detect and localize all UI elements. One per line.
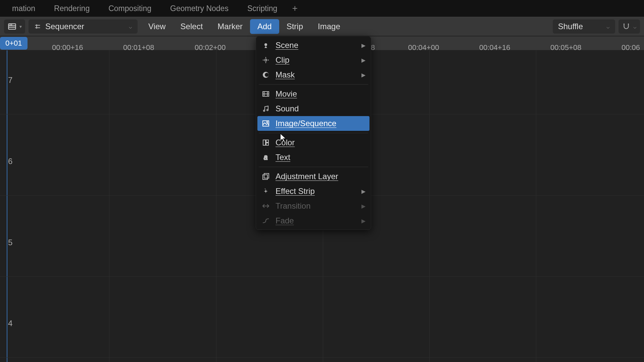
add-menu-transition: Transition ▶: [257, 199, 369, 213]
chevron-down-icon: ⌵: [633, 23, 637, 30]
svg-rect-27: [266, 140, 268, 142]
submenu-arrow-icon: ▶: [361, 188, 365, 195]
submenu-arrow-icon: ▶: [361, 72, 365, 78]
playhead-line[interactable]: [7, 50, 7, 362]
add-menu-movie-label: Movie: [276, 89, 365, 99]
menu-image[interactable]: Image: [310, 19, 348, 34]
tab-rendering[interactable]: Rendering: [45, 0, 99, 17]
mouse-cursor: [280, 133, 287, 143]
menu-add[interactable]: Add: [250, 19, 279, 34]
overlap-mode-dropdown[interactable]: Shuffle ⌵: [553, 19, 615, 34]
tab-animation[interactable]: mation: [3, 0, 45, 17]
chevron-down-icon: ▾: [19, 24, 22, 29]
sound-icon: [261, 104, 270, 113]
tab-compositing[interactable]: Compositing: [99, 0, 161, 17]
grid-line: [109, 50, 109, 362]
submenu-arrow-icon: ▶: [361, 203, 365, 209]
add-menu-text[interactable]: a Text: [257, 150, 369, 165]
chevron-down-icon: ⌵: [129, 23, 132, 30]
menu-select[interactable]: Select: [173, 19, 210, 34]
channel-number: 5: [8, 238, 12, 247]
add-menu-fade-label: Fade: [276, 216, 356, 225]
add-menu-image-sequence[interactable]: Image/Sequence: [257, 116, 369, 131]
snap-button[interactable]: ⌵: [618, 19, 640, 34]
chevron-down-icon: ⌵: [606, 23, 610, 30]
add-menu-mask-label: Mask: [276, 70, 356, 80]
channel-line: [0, 357, 644, 358]
workspace-tabs: mation Rendering Compositing Geometry No…: [0, 0, 644, 17]
magnet-icon: [622, 22, 631, 31]
sequencer-editor-icon: [7, 22, 17, 31]
add-menu-text-label: Text: [276, 153, 365, 162]
svg-point-22: [263, 110, 265, 111]
movie-icon: [261, 90, 270, 98]
svg-point-10: [264, 43, 267, 46]
add-menu-adjustment-layer-label: Adjustment Layer: [276, 172, 365, 181]
image-icon: [261, 119, 270, 128]
svg-text:a: a: [264, 154, 267, 161]
channel-number: 4: [8, 319, 12, 328]
add-menu-scene[interactable]: Scene ▶: [257, 38, 369, 53]
svg-rect-26: [263, 140, 265, 145]
add-menu-clip-label: Clip: [276, 55, 356, 65]
add-menu-adjustment-layer[interactable]: Adjustment Layer: [257, 169, 369, 184]
effect-icon: [261, 187, 270, 196]
svg-point-11: [265, 59, 267, 61]
editor-type-selector[interactable]: ▾: [4, 19, 25, 34]
add-menu-effect-strip-label: Effect Strip: [276, 187, 356, 196]
add-menu-transition-label: Transition: [276, 201, 356, 211]
playhead-frame-indicator: 0+01: [0, 37, 28, 50]
add-menu-image-sequence-label: Image/Sequence: [276, 119, 365, 128]
svg-point-25: [267, 122, 268, 123]
clip-icon: [261, 56, 270, 64]
channel-number: 6: [8, 157, 12, 166]
svg-rect-30: [263, 175, 267, 179]
menu-separator: [259, 167, 368, 167]
menu-strip[interactable]: Strip: [279, 19, 310, 34]
adjustment-layer-icon: [261, 172, 270, 181]
overlap-mode-label: Shuffle: [558, 22, 583, 31]
mask-icon: [261, 70, 270, 79]
submenu-arrow-icon: ▶: [361, 57, 365, 63]
add-menu-clip[interactable]: Clip ▶: [257, 53, 369, 67]
svg-point-23: [267, 109, 268, 111]
add-menu-mask[interactable]: Mask ▶: [257, 67, 369, 82]
add-menu-effect-strip[interactable]: Effect Strip ▶: [257, 184, 369, 199]
menu-separator: [259, 133, 368, 133]
sequencer-mode-dropdown[interactable]: Sequencer ⌵: [29, 19, 138, 34]
add-menu-fade: Fade ▶: [257, 213, 369, 228]
sequencer-menu: View Select Marker Add Strip Image: [141, 19, 348, 34]
sequencer-mode-label: Sequencer: [45, 22, 84, 31]
sequencer-header: ▾ Sequencer ⌵ View Select Marker Add Str…: [0, 17, 644, 36]
grid-line: [536, 50, 536, 362]
grid-line: [429, 50, 430, 362]
svg-point-17: [265, 73, 269, 77]
color-icon: [261, 138, 270, 147]
svg-rect-28: [266, 143, 268, 145]
add-menu-sound[interactable]: Sound: [257, 101, 369, 116]
grid-line: [216, 50, 216, 362]
text-icon: a: [261, 153, 270, 162]
submenu-arrow-icon: ▶: [361, 218, 365, 224]
menu-separator: [259, 84, 368, 85]
add-menu-sound-label: Sound: [276, 104, 365, 113]
add-menu-movie[interactable]: Movie: [257, 87, 369, 101]
transition-icon: [261, 202, 270, 210]
timeline-icon: [34, 23, 41, 30]
channel-line: [0, 276, 644, 277]
channel-number: 7: [8, 75, 12, 85]
add-workspace-button[interactable]: +: [287, 0, 303, 16]
tab-geometry-nodes[interactable]: Geometry Nodes: [161, 0, 238, 17]
add-menu-scene-label: Scene: [276, 41, 356, 50]
add-menu-dropdown: Scene ▶ Clip ▶ Mask ▶ Movie Sound Image/…: [256, 36, 371, 230]
svg-rect-31: [264, 173, 269, 178]
tab-scripting[interactable]: Scripting: [238, 0, 287, 17]
add-menu-color-label: Color: [276, 138, 365, 147]
submenu-arrow-icon: ▶: [361, 42, 365, 49]
menu-marker[interactable]: Marker: [210, 19, 250, 34]
scene-icon: [261, 41, 270, 50]
fade-icon: [261, 216, 270, 225]
menu-view[interactable]: View: [141, 19, 173, 34]
add-menu-color[interactable]: Color: [257, 135, 369, 150]
